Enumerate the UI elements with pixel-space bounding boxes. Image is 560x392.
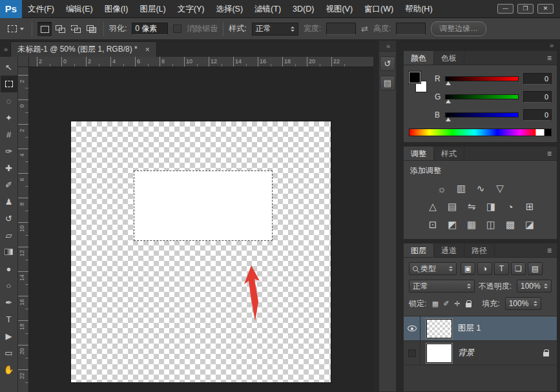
curves-icon[interactable]: ∿ bbox=[473, 182, 488, 195]
add-to-selection-button[interactable] bbox=[53, 22, 67, 36]
slider-thumb[interactable] bbox=[446, 118, 451, 121]
tab-styles[interactable]: 样式 bbox=[434, 147, 464, 160]
collapse-panels-chevron-icon[interactable]: » bbox=[400, 40, 560, 50]
tab-paths[interactable]: 路径 bbox=[464, 243, 495, 257]
black-white-icon[interactable]: ◨ bbox=[484, 200, 498, 213]
menu-item[interactable]: 滤镜(T) bbox=[249, 0, 287, 18]
history-brush-tool[interactable]: ↺ bbox=[1, 210, 17, 227]
menu-item[interactable]: 图层(L) bbox=[134, 0, 171, 18]
history-panel-icon[interactable]: ↺ bbox=[380, 56, 395, 71]
layer-thumbnail[interactable] bbox=[426, 344, 452, 363]
tab-color[interactable]: 颜色 bbox=[404, 51, 434, 65]
slider-value[interactable]: 0 bbox=[523, 91, 552, 103]
type-tool[interactable]: T bbox=[1, 311, 17, 327]
eyedropper-tool[interactable]: ✑ bbox=[1, 143, 17, 160]
menu-item[interactable]: 帮助(H) bbox=[399, 0, 438, 18]
tab-swatches[interactable]: 色板 bbox=[434, 51, 464, 65]
properties-panel-icon[interactable]: ▤ bbox=[380, 76, 395, 90]
menu-item[interactable]: 视图(V) bbox=[320, 0, 358, 18]
minimize-button[interactable]: — bbox=[497, 4, 513, 14]
color-spectrum-ramp[interactable] bbox=[409, 129, 552, 136]
layer-thumbnail[interactable] bbox=[426, 319, 452, 338]
slider-value[interactable]: 0 bbox=[523, 73, 552, 85]
layer-filter-kind-dropdown[interactable]: 类型 bbox=[409, 262, 457, 275]
visibility-toggle[interactable] bbox=[404, 316, 420, 340]
feather-input[interactable] bbox=[132, 23, 168, 35]
blend-mode-dropdown[interactable]: 正常 bbox=[409, 280, 475, 293]
document-canvas[interactable] bbox=[71, 121, 331, 382]
rectangular-marquee-tool[interactable] bbox=[1, 76, 17, 92]
hue-saturation-icon[interactable]: ▤ bbox=[445, 200, 459, 213]
expand-dock-chevron-icon[interactable]: « bbox=[379, 41, 396, 52]
posterize-icon[interactable]: ▦ bbox=[464, 218, 479, 231]
quick-selection-tool[interactable]: ✦ bbox=[1, 109, 17, 126]
custom-shape-tool[interactable]: ▭ bbox=[1, 344, 17, 361]
tab-layers[interactable]: 图层 bbox=[404, 243, 434, 257]
move-tool[interactable]: ↖ bbox=[1, 59, 17, 76]
crop-tool[interactable]: # bbox=[1, 126, 17, 143]
lock-all-icon[interactable] bbox=[466, 303, 472, 307]
antialias-checkbox[interactable] bbox=[173, 25, 181, 33]
exposure-icon[interactable]: ▽ bbox=[493, 182, 507, 195]
lock-transparent-pixels-icon[interactable]: ▦ bbox=[430, 300, 440, 308]
tool-preset-picker[interactable] bbox=[5, 23, 26, 34]
brush-tool[interactable]: ✐ bbox=[1, 176, 17, 193]
slider-track[interactable] bbox=[445, 76, 519, 81]
close-button[interactable]: ✕ bbox=[537, 4, 554, 14]
menu-item[interactable]: 文字(Y) bbox=[172, 0, 211, 18]
levels-icon[interactable]: ▥ bbox=[454, 182, 468, 195]
type-layer-filter-icon[interactable]: T bbox=[494, 262, 509, 275]
shape-layer-filter-icon[interactable]: ❏ bbox=[511, 262, 526, 275]
menu-item[interactable]: 窗口(W) bbox=[358, 0, 399, 18]
menu-item[interactable]: 选择(S) bbox=[210, 0, 249, 18]
gradient-tool[interactable] bbox=[1, 243, 17, 260]
lock-image-pixels-icon[interactable]: ✐ bbox=[441, 300, 451, 308]
tab-close-icon[interactable]: × bbox=[145, 45, 150, 54]
adjustment-layer-filter-icon[interactable]: ◑ bbox=[477, 262, 492, 275]
panel-menu-icon[interactable]: ≡ bbox=[542, 147, 557, 160]
layer-row-layer1[interactable]: 图层 1 bbox=[404, 316, 557, 341]
panel-menu-icon[interactable]: ≡ bbox=[542, 51, 557, 65]
foreground-background-swatches[interactable] bbox=[409, 72, 428, 92]
tab-channels[interactable]: 通道 bbox=[434, 243, 464, 257]
opacity-dropdown[interactable]: 100% bbox=[517, 280, 552, 293]
photo-filter-icon[interactable]: ◔ bbox=[503, 200, 517, 213]
channel-mixer-icon[interactable]: ⊞ bbox=[523, 200, 537, 213]
layer-row-background[interactable]: 背景 bbox=[404, 341, 557, 366]
path-selection-tool[interactable]: ▶ bbox=[1, 327, 17, 344]
new-selection-button[interactable] bbox=[37, 22, 52, 36]
swap-width-height-icon[interactable]: ⇄ bbox=[361, 24, 368, 34]
clone-stamp-tool[interactable]: ♟ bbox=[1, 193, 17, 210]
eraser-tool[interactable]: ▱ bbox=[1, 227, 17, 243]
panel-menu-icon[interactable]: ≡ bbox=[542, 243, 557, 257]
menu-item[interactable]: 编辑(E) bbox=[60, 0, 99, 18]
smart-object-filter-icon[interactable]: ▤ bbox=[528, 262, 543, 275]
pen-tool[interactable]: ✒ bbox=[1, 294, 17, 311]
slider-value[interactable]: 0 bbox=[523, 109, 552, 121]
selective-color-icon[interactable]: ◪ bbox=[523, 218, 537, 231]
refine-edge-button[interactable]: 调整边缘… bbox=[431, 21, 486, 36]
foreground-color-swatch[interactable] bbox=[409, 72, 420, 83]
height-input[interactable] bbox=[396, 23, 426, 35]
brightness-contrast-icon[interactable]: ☼ bbox=[435, 182, 449, 195]
hand-tool[interactable]: ✋ bbox=[1, 361, 17, 378]
menu-item[interactable]: 3D(D) bbox=[287, 0, 320, 18]
slider-thumb[interactable] bbox=[446, 81, 451, 85]
tab-adjustments[interactable]: 调整 bbox=[404, 147, 434, 160]
width-input[interactable] bbox=[326, 23, 356, 35]
document-tab[interactable]: 未标题-1 @ 50% (图层 1, RGB/8) * × bbox=[10, 41, 157, 57]
style-dropdown[interactable]: 正常 bbox=[252, 23, 298, 36]
gradient-map-icon[interactable]: ▩ bbox=[503, 218, 517, 231]
lock-position-icon[interactable]: ✛ bbox=[452, 300, 462, 308]
subtract-from-selection-button[interactable] bbox=[68, 22, 83, 36]
slider-track[interactable] bbox=[445, 112, 519, 118]
slider-track[interactable] bbox=[445, 94, 519, 99]
spot-healing-brush-tool[interactable]: ✚ bbox=[1, 160, 17, 176]
dodge-tool[interactable]: ○ bbox=[1, 277, 17, 294]
intersect-selection-button[interactable] bbox=[84, 22, 98, 36]
fill-dropdown[interactable]: 100% bbox=[505, 297, 541, 310]
maximize-button[interactable]: ❐ bbox=[517, 4, 534, 14]
lasso-tool[interactable]: ◌ bbox=[1, 92, 17, 109]
visibility-toggle[interactable] bbox=[404, 341, 420, 365]
blur-tool[interactable]: ● bbox=[1, 260, 17, 277]
